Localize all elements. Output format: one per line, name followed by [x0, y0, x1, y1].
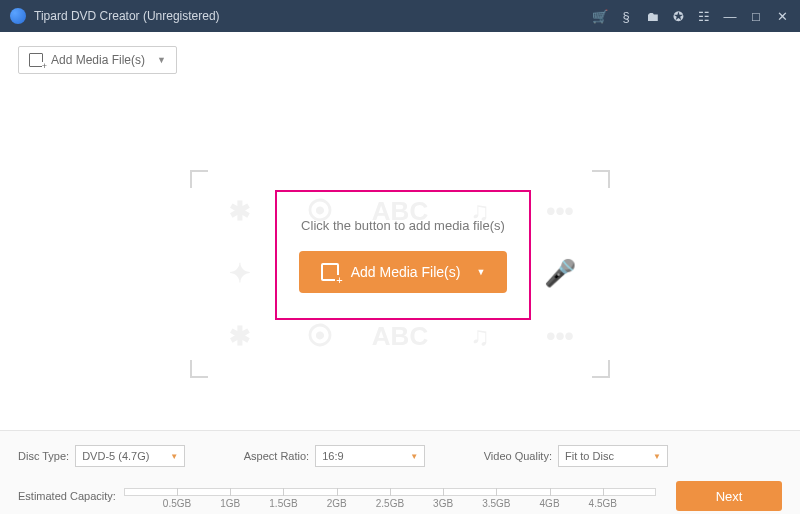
chevron-down-icon: ▼ — [157, 55, 166, 65]
tick-mark — [283, 488, 284, 496]
capacity-bar: 0.5GB1GB1.5GB2GB2.5GB3GB3.5GB4GB4.5GB — [124, 482, 656, 510]
tick-label: 4GB — [540, 498, 560, 509]
tick-mark — [603, 488, 604, 496]
tick-label: 3.5GB — [482, 498, 510, 509]
help-icon[interactable]: ✪ — [670, 9, 686, 24]
tick-mark — [390, 488, 391, 496]
menu-icon[interactable]: ☷ — [696, 9, 712, 24]
bg-glyph-icon: ✱ — [229, 321, 251, 352]
tick-label: 0.5GB — [163, 498, 191, 509]
chevron-down-icon: ▼ — [653, 452, 661, 461]
toolbar: Add Media File(s) ▼ — [0, 32, 800, 88]
aspect-ratio-value: 16:9 — [322, 450, 343, 462]
chevron-down-icon: ▼ — [476, 267, 485, 277]
tick-label: 3GB — [433, 498, 453, 509]
key-icon[interactable]: § — [618, 9, 634, 24]
capacity-label: Estimated Capacity: — [18, 490, 116, 502]
bg-glyph-icon: ABC — [372, 321, 428, 352]
disc-type-select[interactable]: DVD-5 (4.7G) ▼ — [75, 445, 185, 467]
bottom-bar: Disc Type: DVD-5 (4.7G) ▼ Aspect Ratio: … — [0, 430, 800, 514]
center-panel: Click the button to add media file(s) Ad… — [275, 190, 531, 320]
folder-icon[interactable]: 🖿 — [644, 9, 660, 24]
tick-mark — [177, 488, 178, 496]
aspect-ratio-select[interactable]: 16:9 ▼ — [315, 445, 425, 467]
tick-mark — [230, 488, 231, 496]
tick-label: 2GB — [327, 498, 347, 509]
bg-glyph-icon: ✦ — [229, 258, 251, 289]
add-media-button[interactable]: Add Media File(s) ▼ — [299, 251, 508, 293]
maximize-icon[interactable]: □ — [748, 9, 764, 24]
bg-glyph-icon: ⦿ — [307, 321, 333, 352]
tick-label: 2.5GB — [376, 498, 404, 509]
cart-icon[interactable]: 🛒 — [592, 9, 608, 24]
add-file-icon — [321, 263, 339, 281]
tick-label: 4.5GB — [589, 498, 617, 509]
app-logo-icon — [10, 8, 26, 24]
video-quality-value: Fit to Disc — [565, 450, 614, 462]
bg-glyph-icon: ✱ — [229, 196, 251, 227]
tick-label: 1.5GB — [269, 498, 297, 509]
chevron-down-icon: ▼ — [410, 452, 418, 461]
add-file-icon — [29, 53, 43, 67]
add-media-button-small[interactable]: Add Media File(s) ▼ — [18, 46, 177, 74]
tick-label: 1GB — [220, 498, 240, 509]
tick-mark — [550, 488, 551, 496]
next-button[interactable]: Next — [676, 481, 782, 511]
close-icon[interactable]: ✕ — [774, 9, 790, 24]
add-media-label: Add Media File(s) — [51, 53, 145, 67]
tick-mark — [443, 488, 444, 496]
window-title: Tipard DVD Creator (Unregistered) — [34, 9, 592, 23]
chevron-down-icon: ▼ — [170, 452, 178, 461]
video-quality-label: Video Quality: — [484, 450, 552, 462]
add-media-prompt: Click the button to add media file(s) — [301, 218, 505, 233]
add-media-label: Add Media File(s) — [351, 264, 461, 280]
bg-glyph-icon: ♫ — [470, 321, 490, 352]
disc-type-value: DVD-5 (4.7G) — [82, 450, 149, 462]
titlebar-actions: 🛒 § 🖿 ✪ ☷ — □ ✕ — [592, 9, 790, 24]
titlebar: Tipard DVD Creator (Unregistered) 🛒 § 🖿 … — [0, 0, 800, 32]
tick-mark — [337, 488, 338, 496]
bg-glyph-icon: 🎤 — [544, 258, 576, 289]
aspect-ratio-label: Aspect Ratio: — [244, 450, 309, 462]
minimize-icon[interactable]: — — [722, 9, 738, 24]
bg-glyph-icon: ••• — [546, 196, 573, 227]
disc-type-label: Disc Type: — [18, 450, 69, 462]
tick-mark — [496, 488, 497, 496]
bg-glyph-icon: ••• — [546, 321, 573, 352]
video-quality-select[interactable]: Fit to Disc ▼ — [558, 445, 668, 467]
